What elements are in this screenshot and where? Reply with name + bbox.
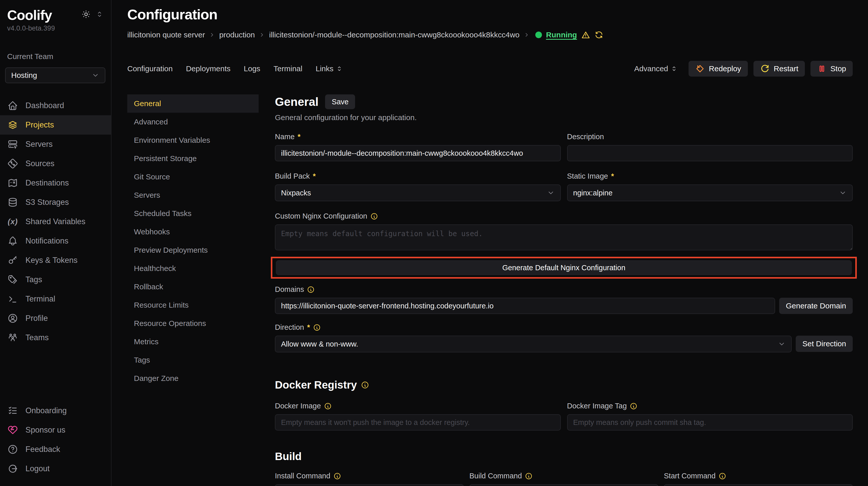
nginx-config-textarea[interactable] bbox=[275, 224, 853, 250]
warning-triangle-icon[interactable] bbox=[581, 30, 590, 39]
domains-label: Domains bbox=[275, 285, 304, 294]
required-asterisk: * bbox=[307, 323, 310, 331]
status-badge[interactable]: Running bbox=[546, 31, 577, 39]
start-command-label: Start Command bbox=[664, 472, 716, 480]
annotation-highlight: Generate Default Nginx Configuration bbox=[271, 257, 857, 279]
nginx-config-label: Custom Nginx Configuration bbox=[275, 212, 367, 220]
static-image-select[interactable]: nginx:alpine bbox=[567, 185, 853, 201]
subnav-item-servers[interactable]: Servers bbox=[127, 186, 259, 204]
checklist-icon bbox=[7, 405, 18, 416]
info-icon bbox=[324, 402, 332, 410]
team-select[interactable]: Hosting bbox=[5, 67, 105, 83]
build-section-title: Build bbox=[275, 450, 853, 462]
sidebar-item-sponsor[interactable]: Sponsor us bbox=[0, 420, 111, 440]
set-direction-button[interactable]: Set Direction bbox=[796, 336, 853, 352]
current-team-label: Current Team bbox=[0, 52, 111, 61]
pause-icon bbox=[817, 64, 826, 73]
database-icon bbox=[7, 197, 18, 208]
build-command-input[interactable] bbox=[469, 484, 658, 486]
info-icon bbox=[307, 286, 315, 293]
sidebar-item-sources[interactable]: Sources bbox=[0, 154, 111, 173]
subnav-item-metrics[interactable]: Metrics bbox=[127, 332, 259, 351]
app-version: v4.0.0-beta.399 bbox=[0, 23, 111, 32]
subnav-item-environment-variables[interactable]: Environment Variables bbox=[127, 131, 259, 149]
section-title: General bbox=[275, 95, 318, 109]
sidebar-item-notifications[interactable]: Notifications bbox=[0, 231, 111, 251]
tab-terminal[interactable]: Terminal bbox=[274, 64, 302, 73]
sidebar-item-dashboard[interactable]: Dashboard bbox=[0, 96, 111, 115]
restart-button[interactable]: Restart bbox=[753, 61, 805, 76]
tab-configuration[interactable]: Configuration bbox=[127, 64, 173, 73]
breadcrumb-application[interactable]: illicitestonion/-module--decomposition:m… bbox=[269, 31, 520, 39]
tab-links[interactable]: Links bbox=[316, 64, 343, 73]
subnav-item-persistent-storage[interactable]: Persistent Storage bbox=[127, 149, 259, 168]
subnav-item-general[interactable]: General bbox=[127, 94, 259, 113]
docker-image-input[interactable] bbox=[275, 414, 561, 430]
sidebar-item-keys-tokens[interactable]: Keys & Tokens bbox=[0, 251, 111, 270]
stop-button[interactable]: Stop bbox=[810, 61, 853, 76]
direction-select[interactable]: Allow www & non-www. bbox=[275, 336, 792, 352]
layers-icon bbox=[7, 119, 18, 131]
section-description: General configuration for your applicati… bbox=[275, 113, 853, 122]
breadcrumb-environment[interactable]: production bbox=[219, 31, 255, 39]
sun-icon[interactable] bbox=[82, 10, 91, 19]
subnav-item-healthcheck[interactable]: Healthcheck bbox=[127, 259, 259, 278]
theme-selector-icon[interactable] bbox=[96, 10, 103, 18]
generate-domain-button[interactable]: Generate Domain bbox=[779, 298, 853, 314]
redeploy-button[interactable]: Redeploy bbox=[688, 61, 748, 76]
sidebar-item-terminal[interactable]: Terminal bbox=[0, 289, 111, 309]
subnav-item-tags[interactable]: Tags bbox=[127, 351, 259, 369]
users-icon bbox=[7, 332, 18, 343]
sidebar-item-destinations[interactable]: Destinations bbox=[0, 173, 111, 193]
sidebar-item-teams[interactable]: Teams bbox=[0, 328, 111, 347]
subnav-item-webhooks[interactable]: Webhooks bbox=[127, 223, 259, 241]
direction-label: Direction bbox=[275, 323, 304, 331]
user-icon bbox=[7, 313, 18, 324]
breadcrumb-project[interactable]: illicitonion quote server bbox=[127, 31, 205, 39]
chevron-down-icon bbox=[92, 71, 99, 79]
name-input[interactable] bbox=[275, 145, 561, 161]
selector-icon bbox=[671, 65, 677, 72]
refresh-icon[interactable] bbox=[594, 30, 603, 39]
subnav-item-advanced[interactable]: Advanced bbox=[127, 113, 259, 131]
required-asterisk: * bbox=[611, 172, 614, 181]
subnav-item-git-source[interactable]: Git Source bbox=[127, 168, 259, 186]
advanced-dropdown[interactable]: Advanced bbox=[634, 64, 677, 73]
info-icon bbox=[334, 472, 341, 480]
subnav-item-resource-limits[interactable]: Resource Limits bbox=[127, 296, 259, 314]
sidebar-item-logout[interactable]: Logout bbox=[0, 459, 111, 478]
sidebar-item-profile[interactable]: Profile bbox=[0, 309, 111, 328]
tab-deployments[interactable]: Deployments bbox=[186, 64, 230, 73]
sidebar-item-s3-storages[interactable]: S3 Storages bbox=[0, 193, 111, 212]
info-icon bbox=[370, 213, 378, 220]
required-asterisk: * bbox=[298, 133, 300, 141]
sidebar-item-projects[interactable]: Projects bbox=[0, 115, 111, 135]
save-button[interactable]: Save bbox=[325, 94, 355, 109]
subnav-item-preview-deployments[interactable]: Preview Deployments bbox=[127, 241, 259, 259]
tab-logs[interactable]: Logs bbox=[244, 64, 260, 73]
restart-icon bbox=[760, 64, 770, 73]
sidebar-item-feedback[interactable]: Feedback bbox=[0, 440, 111, 459]
info-icon bbox=[361, 381, 369, 389]
subnav-item-scheduled-tasks[interactable]: Scheduled Tasks bbox=[127, 204, 259, 223]
docker-image-tag-input[interactable] bbox=[567, 414, 853, 430]
sidebar-item-servers[interactable]: Servers bbox=[0, 135, 111, 154]
sidebar-item-tags[interactable]: Tags bbox=[0, 270, 111, 289]
required-asterisk: * bbox=[313, 172, 316, 181]
generate-nginx-config-button[interactable]: Generate Default Nginx Configuration bbox=[276, 260, 852, 275]
install-command-input[interactable] bbox=[275, 484, 464, 486]
map-icon bbox=[7, 177, 18, 189]
sidebar-item-shared-variables[interactable]: (x) Shared Variables bbox=[0, 212, 111, 231]
subnav-item-resource-operations[interactable]: Resource Operations bbox=[127, 314, 259, 332]
start-command-input[interactable] bbox=[664, 484, 853, 486]
server-icon bbox=[7, 139, 18, 150]
docker-registry-title: Docker Registry bbox=[275, 379, 357, 391]
domains-input[interactable] bbox=[275, 298, 775, 314]
description-input[interactable] bbox=[567, 145, 853, 161]
sidebar-item-onboarding[interactable]: Onboarding bbox=[0, 401, 111, 420]
theme-toggle[interactable] bbox=[82, 10, 103, 19]
build-pack-select[interactable]: Nixpacks bbox=[275, 185, 561, 201]
subnav-item-rollback[interactable]: Rollback bbox=[127, 278, 259, 296]
bell-icon bbox=[7, 235, 18, 247]
subnav-item-danger-zone[interactable]: Danger Zone bbox=[127, 369, 259, 388]
